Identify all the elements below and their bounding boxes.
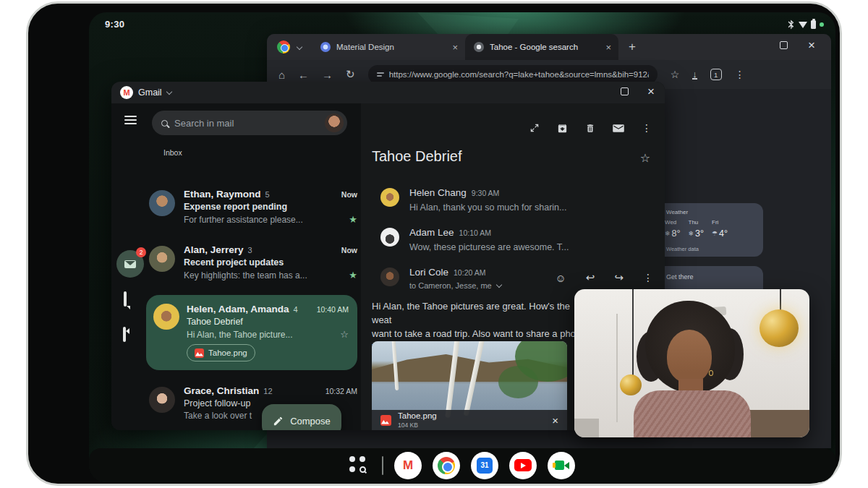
tab-material-design[interactable]: Material Design × xyxy=(312,34,465,60)
attachment-bar[interactable]: Tahoe.png 104 KB × xyxy=(372,410,567,430)
url-text: https://www.google.com/search?q=lake+tah… xyxy=(389,70,649,79)
dock-divider xyxy=(382,456,383,475)
pendant-lamp xyxy=(620,374,642,395)
rain-icon: ☂ xyxy=(712,230,718,237)
video-call-pip-window[interactable] xyxy=(574,289,809,437)
image-attachment-icon xyxy=(195,348,204,358)
pencil-icon xyxy=(273,416,284,427)
chrome-tabstrip: Material Design × Tahoe - Google sesarch… xyxy=(267,34,831,60)
caller-sweater xyxy=(634,390,751,437)
search-input[interactable]: Search in mail xyxy=(152,111,347,135)
back-icon[interactable]: ← xyxy=(298,69,309,81)
email-row[interactable]: Alan, Jerrery3Now Recent project updates… xyxy=(146,244,357,281)
download-icon[interactable]: ↓ xyxy=(692,70,697,80)
account-avatar[interactable] xyxy=(325,114,344,132)
weather-card-title: Weather xyxy=(666,209,688,215)
maximize-button[interactable] xyxy=(780,41,788,49)
gmail-titlebar[interactable]: M Gmail × xyxy=(111,82,665,103)
browser-menu-icon[interactable]: ⋮ xyxy=(735,69,745,80)
maximize-button[interactable] xyxy=(621,87,629,95)
star-outline-icon[interactable]: ☆ xyxy=(340,329,349,340)
dock-app-meet[interactable] xyxy=(548,452,575,479)
chevron-down-icon[interactable] xyxy=(297,44,302,50)
calendar-app-icon: 31 xyxy=(477,458,493,474)
forward-icon[interactable]: ↪ xyxy=(614,271,624,284)
attachment-preview[interactable]: Tahoe.png 104 KB × xyxy=(372,341,567,430)
reply-icon[interactable]: ↩ xyxy=(586,271,595,284)
tablet-screen: 9:30 Material Design × Tahoe - Google se… xyxy=(89,12,835,482)
tab-tahoe-search[interactable]: Tahoe - Google sesarch × xyxy=(465,34,618,60)
menu-hamburger-icon[interactable] xyxy=(124,114,137,127)
star-icon[interactable]: ★ xyxy=(349,270,357,281)
reload-icon[interactable]: ↻ xyxy=(346,68,355,81)
bookmark-star-icon[interactable]: ☆ xyxy=(671,69,680,80)
chevron-down-icon[interactable] xyxy=(166,88,171,94)
archive-icon[interactable] xyxy=(557,123,568,134)
star-icon[interactable]: ★ xyxy=(349,214,357,225)
tab-favicon xyxy=(474,42,484,52)
thread-message[interactable]: Adam Lee10:10 AM Wow, these picturese ar… xyxy=(372,226,656,252)
status-time: 9:30 xyxy=(105,19,124,30)
tab-title: Material Design xyxy=(336,43,446,51)
weather-day: Thu ❄3° xyxy=(689,219,705,239)
meet-app-icon xyxy=(555,461,564,470)
more-options-icon[interactable]: ⋮ xyxy=(642,122,652,134)
sender-avatar xyxy=(149,190,175,216)
mail-icon xyxy=(124,260,136,268)
thread-message[interactable]: Helen Chang9:30 AM Hi Alan, thank you so… xyxy=(372,186,656,213)
sender-avatar xyxy=(380,188,399,207)
grid-dot xyxy=(359,456,365,462)
dock-app-calendar[interactable]: 31 xyxy=(471,452,498,479)
weather-day: Wed ❄8° xyxy=(665,219,681,239)
tab-favicon xyxy=(320,42,331,52)
wifi-icon xyxy=(799,22,807,33)
tab-close-icon[interactable]: × xyxy=(605,42,611,53)
rail-mail-tab[interactable]: 2 xyxy=(116,250,144,278)
dock-app-youtube[interactable] xyxy=(509,452,537,479)
close-window-button[interactable]: × xyxy=(808,41,815,49)
running-indicator xyxy=(558,482,565,483)
rail-meet-tab[interactable] xyxy=(123,328,126,341)
rail-chat-tab[interactable] xyxy=(124,293,127,306)
emoji-icon[interactable]: ☺ xyxy=(556,272,566,284)
close-icon[interactable]: × xyxy=(552,414,558,427)
expand-icon[interactable] xyxy=(529,123,540,133)
new-tab-button[interactable]: + xyxy=(629,40,636,54)
compose-button[interactable]: Compose xyxy=(262,404,341,430)
chat-icon xyxy=(124,291,127,307)
search-icon xyxy=(359,466,366,473)
trash-icon[interactable] xyxy=(585,123,595,134)
close-window-button[interactable]: × xyxy=(647,87,655,95)
privacy-indicator-dot xyxy=(820,22,824,27)
search-placeholder: Search in mail xyxy=(174,118,318,129)
email-row[interactable]: Ethan, Raymond5Now Expense report pendin… xyxy=(146,189,357,225)
weather-day: Fri ☂4° xyxy=(712,219,728,239)
dock-app-chrome[interactable] xyxy=(433,452,460,479)
foliage-graphic xyxy=(498,366,538,398)
chrome-logo-icon[interactable] xyxy=(277,40,290,53)
home-icon[interactable]: ⌂ xyxy=(278,69,285,81)
caller-face xyxy=(667,330,712,383)
inbox-label: Inbox xyxy=(163,148,182,157)
sender-avatar xyxy=(153,304,179,330)
site-settings-icon[interactable] xyxy=(377,71,384,78)
tab-count-button[interactable]: 1 xyxy=(710,69,722,80)
message-more-icon[interactable]: ⋮ xyxy=(643,272,653,283)
thread-star-icon[interactable]: ☆ xyxy=(640,151,650,165)
gmail-list-pane: Search in mail Inbox 2 Ethan, Raymond5No… xyxy=(111,103,361,430)
app-grid-search-button[interactable] xyxy=(349,452,371,479)
dock-app-gmail[interactable]: M xyxy=(394,452,422,479)
email-row-selected[interactable]: Helen, Adam, Amanda410:40 AM Tahoe Debri… xyxy=(146,295,357,370)
lamp-cord xyxy=(632,289,634,376)
taskbar-dock: M 31 xyxy=(89,448,835,482)
tab-close-icon[interactable]: × xyxy=(452,42,458,53)
chevron-down-icon[interactable] xyxy=(495,281,501,287)
envelope-icon[interactable] xyxy=(613,124,624,133)
gmail-window-title: Gmail xyxy=(138,87,162,98)
video-camera-icon xyxy=(123,327,126,342)
gmail-logo-icon: M xyxy=(120,86,133,99)
sender-avatar xyxy=(380,267,399,286)
room-furniture xyxy=(574,419,599,437)
attachment-chip[interactable]: Tahoe.png xyxy=(187,344,255,361)
forward-icon[interactable]: → xyxy=(322,69,333,81)
